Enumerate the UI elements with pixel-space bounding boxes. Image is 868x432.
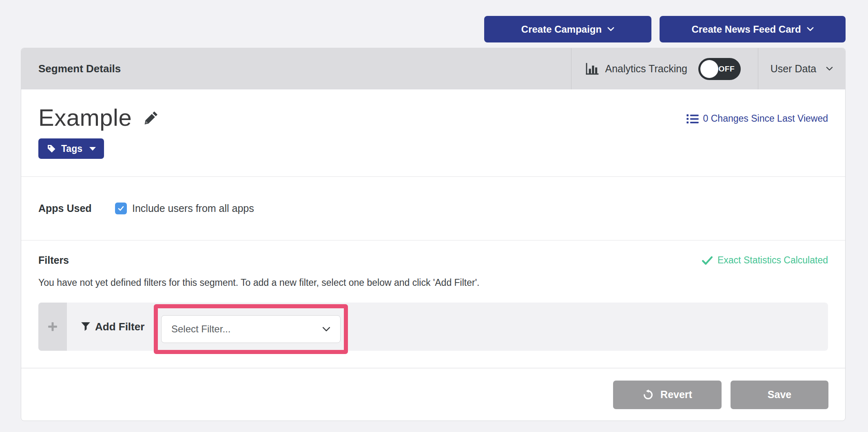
include-all-apps-label: Include users from all apps [132, 203, 254, 214]
exact-statistics-label: Exact Statistics Calculated [717, 255, 828, 266]
segment-name: Example [38, 106, 132, 129]
analytics-tracking-toggle[interactable]: OFF [698, 58, 741, 80]
pencil-icon [143, 110, 159, 126]
apps-used-section: Apps Used Include users from all apps [21, 176, 845, 240]
save-label: Save [768, 389, 791, 401]
tag-icon [46, 144, 56, 154]
panel-footer: Revert Save [21, 368, 845, 421]
top-actions: Create Campaign Create News Feed Card [484, 16, 846, 42]
chevron-down-icon [807, 27, 814, 31]
bar-chart-icon [585, 62, 599, 76]
title-section: Example 0 Chang [21, 89, 845, 176]
filters-title: Filters [38, 254, 69, 266]
create-news-feed-label: Create News Feed Card [691, 24, 801, 35]
checkbox-checked-icon[interactable] [115, 203, 127, 214]
add-filter-label-group: Add Filter [81, 321, 144, 333]
chevron-down-icon [322, 327, 330, 332]
analytics-tracking-label: Analytics Tracking [605, 63, 687, 75]
filters-section: Filters Exact Statistics Calculated You … [21, 240, 845, 368]
changes-since-link[interactable]: 0 Changes Since Last Viewed [686, 113, 828, 124]
toggle-knob [700, 60, 718, 78]
user-data-dropdown[interactable]: User Data [758, 48, 845, 89]
revert-button[interactable]: Revert [613, 381, 722, 409]
add-filter-label: Add Filter [95, 321, 144, 333]
filter-select-value: Select Filter... [171, 323, 230, 335]
revert-label: Revert [660, 389, 692, 401]
include-all-apps-checkbox[interactable]: Include users from all apps [115, 203, 254, 214]
create-news-feed-button[interactable]: Create News Feed Card [660, 16, 846, 42]
edit-name-button[interactable] [143, 110, 159, 126]
apps-used-label: Apps Used [38, 203, 115, 214]
filters-description: You have not yet defined filters for thi… [38, 277, 828, 288]
filter-select[interactable]: Select Filter... [161, 315, 341, 343]
save-button[interactable]: Save [731, 381, 828, 409]
toggle-state-label: OFF [719, 65, 735, 73]
tags-label: Tags [61, 143, 82, 154]
segment-details-panel: Segment Details Analytics Tracking OFF U… [21, 48, 846, 421]
revert-icon [642, 389, 654, 401]
page-title: Segment Details [21, 48, 121, 89]
chevron-down-icon [607, 27, 614, 31]
exact-statistics-status: Exact Statistics Calculated [702, 255, 828, 266]
tags-button[interactable]: Tags [38, 138, 104, 159]
analytics-tracking-control: Analytics Tracking OFF [571, 48, 758, 89]
panel-header-right: Analytics Tracking OFF User Data [571, 48, 845, 89]
add-filter-row: Add Filter Select Filter... [38, 303, 828, 351]
panel-header: Segment Details Analytics Tracking OFF U… [21, 48, 845, 89]
user-data-label: User Data [771, 63, 817, 75]
changes-since-label: 0 Changes Since Last Viewed [703, 113, 828, 124]
chevron-down-icon [826, 67, 833, 71]
filter-funnel-icon [81, 322, 91, 332]
page: { "colors": { "accent_blue": "#2d3a8d", … [0, 0, 868, 432]
add-filter-plus-button[interactable] [38, 303, 67, 351]
create-campaign-button[interactable]: Create Campaign [484, 16, 651, 42]
plus-icon [47, 321, 58, 332]
check-icon [702, 256, 713, 265]
create-campaign-label: Create Campaign [521, 24, 602, 35]
caret-down-icon [89, 147, 96, 151]
annotation-highlight-box: Select Filter... [154, 304, 348, 354]
change-list-icon [686, 114, 699, 124]
